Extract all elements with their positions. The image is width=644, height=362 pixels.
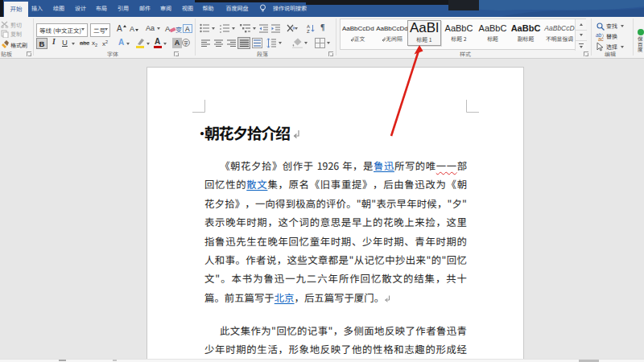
svg-text:A: A [307,24,310,29]
svg-text:Z: Z [307,29,310,33]
